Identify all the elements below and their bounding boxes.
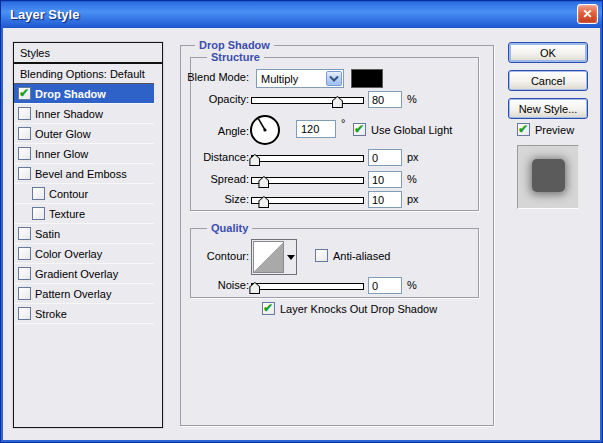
contour-label: Contour: bbox=[207, 250, 249, 262]
sidebar-item-stroke[interactable]: Stroke bbox=[14, 304, 154, 324]
opacity-unit: % bbox=[407, 93, 417, 105]
titlebar[interactable]: Layer Style ✕ bbox=[0, 0, 603, 28]
noise-input[interactable] bbox=[368, 277, 402, 294]
checkbox-icon[interactable] bbox=[18, 147, 31, 160]
preview-checkbox[interactable]: Preview bbox=[517, 123, 574, 136]
spread-input[interactable] bbox=[368, 171, 402, 188]
sidebar-item-bevel-and-emboss[interactable]: Bevel and Emboss bbox=[14, 164, 154, 184]
quality-group-title: Quality bbox=[207, 222, 252, 234]
preview-shadow-square bbox=[532, 159, 565, 192]
checkbox-icon[interactable] bbox=[18, 167, 31, 180]
anti-aliased-checkbox[interactable]: Anti-aliased bbox=[315, 249, 390, 262]
sidebar-item-label: Inner Glow bbox=[35, 148, 88, 160]
checkbox-icon[interactable] bbox=[32, 187, 45, 200]
blend-mode-label: Blend Mode: bbox=[187, 71, 249, 83]
sidebar-item-texture[interactable]: Texture bbox=[14, 204, 154, 224]
opacity-input[interactable] bbox=[368, 91, 402, 108]
angle-dial[interactable] bbox=[248, 113, 282, 147]
sidebar-item-label: Bevel and Emboss bbox=[35, 168, 127, 180]
checkbox-icon[interactable] bbox=[18, 267, 31, 280]
spread-slider[interactable] bbox=[251, 176, 364, 188]
checkbox-icon[interactable] bbox=[18, 247, 31, 260]
distance-input[interactable] bbox=[368, 149, 402, 166]
checkbox-icon[interactable] bbox=[353, 123, 366, 136]
checkbox-icon[interactable] bbox=[262, 302, 275, 315]
size-input[interactable] bbox=[368, 191, 402, 208]
checkbox-icon[interactable] bbox=[32, 207, 45, 220]
contour-dropdown-button[interactable] bbox=[285, 240, 296, 274]
use-global-light-label: Use Global Light bbox=[371, 124, 452, 136]
dropdown-arrow-icon bbox=[287, 255, 295, 260]
layer-knocks-out-label: Layer Knocks Out Drop Shadow bbox=[280, 303, 437, 315]
angle-input[interactable] bbox=[296, 120, 336, 138]
checkbox-icon[interactable] bbox=[18, 287, 31, 300]
style-preview-thumbnail bbox=[517, 145, 579, 209]
cancel-button[interactable]: Cancel bbox=[508, 70, 588, 91]
opacity-slider[interactable] bbox=[251, 96, 364, 108]
distance-unit: px bbox=[407, 151, 419, 163]
quality-group: Quality Contour: Anti-aliased Noise: bbox=[190, 228, 479, 298]
sidebar-item-blending-options-default[interactable]: Blending Options: Default bbox=[14, 64, 154, 84]
checkbox-icon[interactable] bbox=[18, 127, 31, 140]
sidebar-item-outer-glow[interactable]: Outer Glow bbox=[14, 124, 154, 144]
styles-list-header: Styles bbox=[14, 43, 162, 64]
opacity-row: Opacity: % bbox=[191, 91, 478, 111]
checkbox-icon[interactable] bbox=[517, 123, 530, 136]
sidebar-item-label: Outer Glow bbox=[35, 128, 91, 140]
sidebar-item-label: Texture bbox=[49, 208, 85, 220]
sidebar-item-label: Contour bbox=[49, 188, 88, 200]
preview-label: Preview bbox=[535, 124, 574, 136]
checkbox-icon[interactable] bbox=[18, 87, 31, 100]
new-style-button[interactable]: New Style... bbox=[508, 98, 588, 119]
angle-unit: ° bbox=[341, 117, 345, 129]
slider-track[interactable] bbox=[251, 97, 364, 104]
angle-label: Angle: bbox=[218, 125, 249, 137]
checkbox-icon[interactable] bbox=[18, 307, 31, 320]
noise-unit: % bbox=[407, 279, 417, 291]
use-global-light-checkbox[interactable]: Use Global Light bbox=[353, 123, 452, 136]
size-label: Size: bbox=[225, 193, 249, 205]
anti-aliased-label: Anti-aliased bbox=[333, 250, 390, 262]
distance-row: Distance: px bbox=[191, 149, 478, 169]
shadow-color-swatch[interactable] bbox=[351, 69, 383, 88]
spread-label: Spread: bbox=[210, 173, 249, 185]
sidebar-item-contour[interactable]: Contour bbox=[14, 184, 154, 204]
contour-thumbnail[interactable] bbox=[253, 241, 284, 273]
checkbox-icon[interactable] bbox=[315, 249, 328, 262]
slider-track[interactable] bbox=[251, 283, 364, 290]
sidebar-item-pattern-overlay[interactable]: Pattern Overlay bbox=[14, 284, 154, 304]
noise-row: Noise: % bbox=[191, 277, 478, 297]
sidebar-item-label: Satin bbox=[35, 228, 60, 240]
sidebar-item-label: Inner Shadow bbox=[35, 108, 103, 120]
distance-slider[interactable] bbox=[251, 154, 364, 166]
checkbox-icon[interactable] bbox=[18, 227, 31, 240]
blend-mode-dropdown[interactable]: Multiply bbox=[256, 69, 344, 88]
sidebar-item-label: Stroke bbox=[35, 308, 67, 320]
opacity-label: Opacity: bbox=[209, 93, 249, 105]
sidebar-item-color-overlay[interactable]: Color Overlay bbox=[14, 244, 154, 264]
ok-button[interactable]: OK bbox=[508, 42, 588, 63]
contour-picker[interactable] bbox=[251, 239, 297, 275]
layer-style-dialog: Layer Style ✕ Styles Blending Options: D… bbox=[0, 0, 603, 443]
sidebar-item-label: Gradient Overlay bbox=[35, 268, 118, 280]
sidebar-item-inner-shadow[interactable]: Inner Shadow bbox=[14, 104, 154, 124]
noise-label: Noise: bbox=[218, 279, 249, 291]
sidebar-item-inner-glow[interactable]: Inner Glow bbox=[14, 144, 154, 164]
blend-mode-value: Multiply bbox=[257, 73, 326, 85]
spread-row: Spread: % bbox=[191, 171, 478, 191]
structure-group: Structure Blend Mode: Multiply Opacity: … bbox=[190, 57, 479, 211]
sidebar-item-label: Pattern Overlay bbox=[35, 288, 111, 300]
checkbox-icon[interactable] bbox=[18, 107, 31, 120]
noise-slider[interactable] bbox=[251, 282, 364, 294]
close-icon[interactable]: ✕ bbox=[577, 4, 598, 24]
sidebar-item-drop-shadow[interactable]: Drop Shadow bbox=[14, 84, 154, 104]
sidebar-item-gradient-overlay[interactable]: Gradient Overlay bbox=[14, 264, 154, 284]
chevron-down-icon[interactable] bbox=[326, 71, 342, 86]
structure-group-title: Structure bbox=[207, 51, 264, 63]
window-title: Layer Style bbox=[0, 7, 79, 22]
contour-row: Contour: Anti-aliased bbox=[191, 239, 478, 275]
sidebar-item-satin[interactable]: Satin bbox=[14, 224, 154, 244]
size-slider[interactable] bbox=[251, 196, 364, 208]
layer-knocks-out-checkbox[interactable]: Layer Knocks Out Drop Shadow bbox=[262, 302, 437, 315]
slider-track[interactable] bbox=[251, 155, 364, 162]
